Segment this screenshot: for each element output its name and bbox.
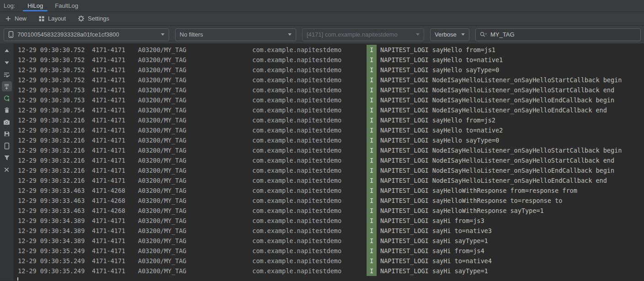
log-tag: A03200/MY_TAG: [138, 256, 252, 266]
device-selector[interactable]: 7001005458323933328a01fce1cf3800: [4, 28, 169, 41]
tab-faultlog-label: FaultLog: [55, 2, 78, 9]
log-output[interactable]: 12-29 09:30:30.7524171-4171A03200/MY_TAG…: [14, 43, 644, 281]
log-row[interactable]: 12-29 09:30:35.2494171-4171A03200/MY_TAG…: [14, 246, 644, 256]
log-row[interactable]: 12-29 09:30:33.4634171-4268A03200/MY_TAG…: [14, 186, 644, 196]
log-row[interactable]: 12-29 09:30:30.7534171-4171A03200/MY_TAG…: [14, 95, 644, 105]
log-pid-tid: 4171-4171: [92, 55, 138, 65]
log-package: com.example.napitestdemo: [252, 95, 367, 105]
log-level-selector[interactable]: Verbose: [430, 28, 469, 41]
log-row[interactable]: 12-29 09:30:35.2494171-4171A03200/MY_TAG…: [14, 266, 644, 276]
log-time: 12-29 09:30:34.389: [18, 236, 92, 246]
log-pid-tid: 4171-4171: [92, 75, 138, 85]
filter-selector[interactable]: No filters: [175, 28, 296, 41]
scroll-to-top-button[interactable]: [2, 46, 12, 56]
log-row[interactable]: 12-29 09:30:32.2164171-4171A03200/MY_TAG…: [14, 155, 644, 165]
restart-log-button[interactable]: [2, 93, 12, 103]
log-row[interactable]: 12-29 09:30:35.2494171-4171A03200/MY_TAG…: [14, 256, 644, 266]
log-tag: A03200/MY_TAG: [138, 55, 252, 65]
log-row[interactable]: 12-29 09:30:34.3894171-4171A03200/MY_TAG…: [14, 216, 644, 226]
log-message: NAPITEST_LOGI NodeISayHelloListener_onSa…: [380, 95, 614, 105]
log-tag: A03200/MY_TAG: [138, 75, 252, 85]
device-log-button[interactable]: [2, 141, 12, 151]
clear-log-button[interactable]: [2, 105, 12, 115]
log-level-badge: I: [367, 145, 377, 155]
layout-button[interactable]: Layout: [37, 13, 67, 24]
log-row[interactable]: 12-29 09:30:32.2164171-4171A03200/MY_TAG…: [14, 175, 644, 186]
log-main: 12-29 09:30:30.7524171-4171A03200/MY_TAG…: [0, 43, 644, 281]
log-level-badge: I: [367, 206, 377, 216]
log-time: 12-29 09:30:32.216: [18, 135, 92, 145]
log-package: com.example.napitestdemo: [252, 155, 367, 165]
log-row[interactable]: 12-29 09:30:30.7524171-4171A03200/MY_TAG…: [14, 75, 644, 85]
log-message: NAPITEST_LOGI NodeISayHelloListener_onSa…: [380, 155, 614, 165]
chevron-down-icon: [461, 33, 465, 36]
log-row[interactable]: 12-29 09:30:32.2164171-4171A03200/MY_TAG…: [14, 115, 644, 125]
log-tag: A03200/MY_TAG: [138, 105, 252, 115]
log-package: com.example.napitestdemo: [252, 135, 367, 145]
log-row[interactable]: 12-29 09:30:30.7524171-4171A03200/MY_TAG…: [14, 55, 644, 65]
log-time: 12-29 09:30:35.249: [18, 256, 92, 266]
log-row[interactable]: 12-29 09:30:32.2164171-4171A03200/MY_TAG…: [14, 125, 644, 135]
log-row[interactable]: 12-29 09:30:32.2164171-4171A03200/MY_TAG…: [14, 135, 644, 145]
log-pid-tid: 4171-4171: [92, 95, 138, 105]
log-pid-tid: 4171-4171: [92, 85, 138, 95]
log-package: com.example.napitestdemo: [252, 145, 367, 155]
log-row[interactable]: 12-29 09:30:30.7534171-4171A03200/MY_TAG…: [14, 85, 644, 95]
log-level-badge: I: [367, 226, 377, 236]
log-pid-tid: 4171-4171: [92, 226, 138, 236]
log-row[interactable]: 12-29 09:30:32.2164171-4171A03200/MY_TAG…: [14, 165, 644, 175]
search-input[interactable]: [490, 31, 637, 38]
log-message: NAPITEST_LOGI NodeISayHelloListener_onSa…: [380, 105, 607, 115]
log-level-badge: I: [367, 105, 377, 115]
log-pid-tid: 4171-4171: [92, 216, 138, 226]
log-pid-tid: 4171-4171: [92, 125, 138, 135]
export-log-button[interactable]: [2, 129, 12, 139]
log-pid-tid: 4171-4171: [92, 135, 138, 145]
screenshot-button[interactable]: [2, 117, 12, 127]
tab-hilog-label: HiLog: [27, 2, 43, 9]
log-time: 12-29 09:30:30.753: [18, 95, 92, 105]
log-message: NAPITEST_LOGI NodeISayHelloListener_onSa…: [380, 175, 607, 186]
log-pid-tid: 4171-4171: [92, 115, 138, 125]
log-row[interactable]: 12-29 09:30:33.4634171-4268A03200/MY_TAG…: [14, 206, 644, 216]
log-message: NAPITEST_LOGI sayHelloWithResponse to=re…: [380, 196, 562, 206]
log-row[interactable]: 12-29 09:30:30.7524171-4171A03200/MY_TAG…: [14, 45, 644, 55]
plus-icon: [5, 16, 11, 22]
log-package: com.example.napitestdemo: [252, 55, 367, 65]
clear-log-icon: [4, 107, 10, 113]
tab-hilog[interactable]: HiLog: [21, 0, 49, 11]
new-session-button[interactable]: New: [4, 13, 27, 24]
close-panel-button[interactable]: [2, 164, 12, 175]
log-level-badge: I: [367, 216, 377, 226]
scroll-to-bottom-button[interactable]: [2, 58, 12, 68]
log-tag: A03200/MY_TAG: [138, 45, 252, 55]
soft-wrap-button[interactable]: [2, 69, 12, 80]
log-rows: 12-29 09:30:30.7524171-4171A03200/MY_TAG…: [14, 45, 644, 276]
tab-faultlog[interactable]: FaultLog: [49, 0, 84, 11]
log-search-field[interactable]: [475, 28, 641, 41]
scroll-to-end-button[interactable]: [2, 81, 12, 91]
log-row[interactable]: 12-29 09:30:33.4634171-4268A03200/MY_TAG…: [14, 196, 644, 206]
log-row[interactable]: 12-29 09:30:32.2164171-4171A03200/MY_TAG…: [14, 145, 644, 155]
log-tag: A03200/MY_TAG: [138, 85, 252, 95]
log-row[interactable]: 12-29 09:30:30.7544171-4171A03200/MY_TAG…: [14, 105, 644, 115]
soft-wrap-icon: [3, 71, 10, 78]
filter-log-button[interactable]: [2, 153, 12, 163]
log-time: 12-29 09:30:34.389: [18, 216, 92, 226]
log-time: 12-29 09:30:30.752: [18, 45, 92, 55]
log-row[interactable]: 12-29 09:30:30.7524171-4171A03200/MY_TAG…: [14, 65, 644, 75]
log-time: 12-29 09:30:33.463: [18, 186, 92, 196]
log-row[interactable]: 12-29 09:30:34.3894171-4171A03200/MY_TAG…: [14, 226, 644, 236]
log-time: 12-29 09:30:30.752: [18, 65, 92, 75]
process-selector[interactable]: [4171] com.example.napitestdemo: [302, 28, 424, 41]
log-toolbar: New Layout: [0, 12, 644, 25]
log-row[interactable]: 12-29 09:30:34.3894171-4171A03200/MY_TAG…: [14, 236, 644, 246]
log-tag: A03200/MY_TAG: [138, 186, 252, 196]
log-message: NAPITEST_LOGI sayHello sayType=0: [380, 65, 499, 75]
log-tag: A03200/MY_TAG: [138, 226, 252, 236]
log-message: NAPITEST_LOGI sayHello to=native2: [380, 125, 503, 135]
settings-button[interactable]: Settings: [77, 13, 110, 24]
chevron-down-icon: [416, 33, 420, 36]
log-time: 12-29 09:30:35.249: [18, 266, 92, 276]
log-time: 12-29 09:30:33.463: [18, 196, 92, 206]
